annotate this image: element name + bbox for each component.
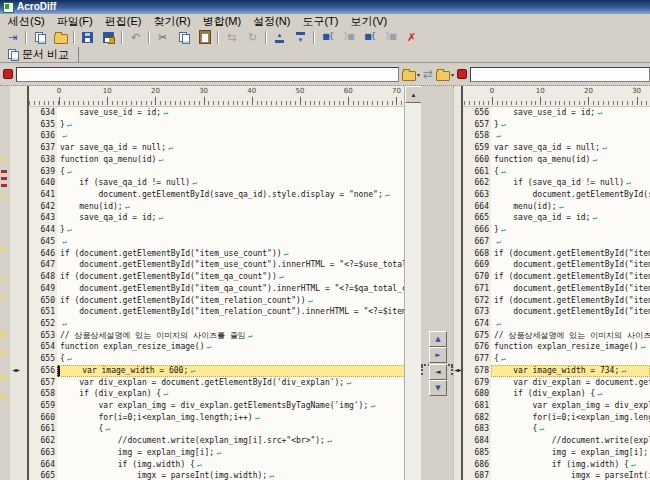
code-line[interactable]: 665 save_qa_id = id;↵ bbox=[463, 212, 650, 224]
right-open-file-button[interactable]: ▾ bbox=[436, 68, 454, 81]
code-line[interactable]: 647 document.getElementById("item_use_co… bbox=[29, 259, 406, 271]
code-line[interactable]: 677{↵ bbox=[463, 353, 650, 365]
code-line[interactable]: 655{↵ bbox=[29, 353, 406, 365]
save-all-button[interactable] bbox=[98, 29, 119, 46]
prev-diff-button[interactable]: ▲ bbox=[429, 331, 447, 347]
code-line[interactable]: 650if (document.getElementById("item_rel… bbox=[29, 295, 406, 307]
code-line[interactable]: 667↵ bbox=[463, 236, 650, 248]
paste-button[interactable] bbox=[194, 29, 215, 46]
code-line[interactable]: 664 menu(id);↵ bbox=[463, 201, 650, 213]
menu-item-tools[interactable]: 도구(T) bbox=[296, 15, 344, 28]
copy-diff-to-right-button[interactable]: ■{ bbox=[359, 29, 380, 46]
code-line[interactable]: 668if (document.getElementById("item_use… bbox=[463, 248, 650, 260]
code-line[interactable]: 646if (document.getElementById("item_use… bbox=[29, 248, 406, 260]
code-line[interactable]: 660function qa_menu(id)↵ bbox=[463, 154, 650, 166]
left-open-file-button[interactable]: ▾ bbox=[402, 68, 420, 81]
copy-diff-to-left-button[interactable]: ■{ bbox=[317, 29, 338, 46]
code-line[interactable]: 645↵ bbox=[29, 236, 406, 248]
merge-to-bottom-button[interactable] bbox=[290, 29, 311, 46]
code-line[interactable]: 666}↵ bbox=[463, 224, 650, 236]
undo-button[interactable]: ↶ bbox=[125, 29, 146, 46]
code-line[interactable]: 663 img = explan_img[i];↵ bbox=[29, 447, 406, 459]
code-line[interactable]: 648if (document.getElementById("item_qa_… bbox=[29, 271, 406, 283]
menu-item-session[interactable]: 세션(S) bbox=[2, 15, 51, 28]
code-line[interactable]: 669 document.getElementById("item_use_co… bbox=[463, 259, 650, 271]
right-code-pane[interactable]: 0102030 656 save_use_id = id;↵657}↵658↵6… bbox=[461, 86, 650, 480]
code-line[interactable]: 637var save_qa_id = null;↵ bbox=[29, 142, 406, 154]
code-line[interactable]: 661 {↵ bbox=[29, 423, 406, 435]
refresh-compare-button[interactable]: ↻ bbox=[242, 29, 263, 46]
copy-all-to-left-button[interactable]: }■ bbox=[338, 29, 359, 46]
session-open-button[interactable]: ⇥ bbox=[2, 29, 23, 46]
code-line[interactable]: 658↵ bbox=[463, 130, 650, 142]
swap-files-button[interactable]: ⇄ bbox=[423, 68, 433, 80]
scroll-up-button[interactable]: ▲ bbox=[405, 86, 422, 103]
code-line[interactable]: 686 if (img.width) {↵ bbox=[463, 459, 650, 471]
code-line[interactable]: 635}↵ bbox=[29, 119, 406, 131]
left-file-path-input[interactable] bbox=[16, 67, 399, 82]
code-line[interactable]: 657 var div_explan = document.getElement… bbox=[29, 377, 406, 389]
cut-button[interactable]: ✂ bbox=[152, 29, 173, 46]
menu-item-file[interactable]: 파일(F) bbox=[51, 15, 99, 28]
code-line[interactable]: 658 if (div_explan) {↵ bbox=[29, 388, 406, 400]
copy-button[interactable] bbox=[173, 29, 194, 46]
code-line[interactable]: 634 save_use_id = id;↵ bbox=[29, 107, 406, 119]
code-line[interactable]: 653// 상품상세설명에 있는 이미지의 사이즈를 줄임↵ bbox=[29, 330, 406, 342]
code-line[interactable]: 676function explan_resize_image()↵ bbox=[463, 341, 650, 353]
code-line[interactable]: 673 document.getElementById("item_relati… bbox=[463, 306, 650, 318]
code-line[interactable]: 679 var div_explan = document.getElement… bbox=[463, 377, 650, 389]
code-line[interactable]: 665 imgx = parseInt(img.width);↵ bbox=[29, 470, 406, 480]
menu-item-edit[interactable]: 편집(E) bbox=[99, 15, 148, 28]
code-line[interactable]: 687 imgx = parseInt(img.width);↵ bbox=[463, 470, 650, 480]
new-document-button[interactable] bbox=[29, 29, 50, 46]
code-line[interactable]: 644}↵ bbox=[29, 224, 406, 236]
code-line[interactable]: 684 //document.write(explan_img[i].src+"… bbox=[463, 435, 650, 447]
code-line[interactable]: 659var save_qa_id = null;↵ bbox=[463, 142, 650, 154]
menu-item-merge[interactable]: 병합(M) bbox=[197, 15, 248, 28]
left-code-pane[interactable]: 010203040506070 634 save_use_id = id;↵63… bbox=[27, 86, 406, 480]
code-line[interactable]: 641 document.getElementById(save_qa_id).… bbox=[29, 189, 406, 201]
code-line[interactable]: 638function qa_menu(id)↵ bbox=[29, 154, 406, 166]
code-line[interactable]: 661{↵ bbox=[463, 166, 650, 178]
code-line[interactable]: 643 save_qa_id = id;↵ bbox=[29, 212, 406, 224]
code-line[interactable]: 649 document.getElementById("item_qa_cou… bbox=[29, 283, 406, 295]
code-line[interactable]: 636↵ bbox=[29, 130, 406, 142]
code-line[interactable]: 664 if (img.width) {↵ bbox=[29, 459, 406, 471]
save-button[interactable] bbox=[77, 29, 98, 46]
code-line[interactable]: 682 for(i=0;i<explan_img.length;i++)↵ bbox=[463, 412, 650, 424]
code-line[interactable]: 660 for(i=0;i<explan_img.length;i++)↵ bbox=[29, 412, 406, 424]
code-line[interactable]: 681 var explan_img = div_explan.getEleme… bbox=[463, 400, 650, 412]
code-line[interactable]: 640 if (save_qa_id != null)↵ bbox=[29, 177, 406, 189]
code-line[interactable]: 670if (document.getElementById("item_qa_… bbox=[463, 271, 650, 283]
copy-to-left-button[interactable]: ◄ bbox=[429, 364, 447, 380]
code-line[interactable]: 671 document.getElementById("item_qa_cou… bbox=[463, 283, 650, 295]
code-line[interactable]: 639{↵ bbox=[29, 166, 406, 178]
left-vertical-scrollbar[interactable]: ▲ bbox=[404, 86, 422, 480]
code-line[interactable]: 680 if (div_explan) {↵ bbox=[463, 388, 650, 400]
code-line[interactable]: 662 if (save_qa_id != null)↵ bbox=[463, 177, 650, 189]
code-line[interactable]: 685 img = explan_img[i];↵ bbox=[463, 447, 650, 459]
tab-document-compare[interactable]: 문서 비교 bbox=[3, 47, 79, 62]
copy-to-right-button[interactable]: ► bbox=[429, 347, 447, 363]
link-files-button[interactable]: ⇆ bbox=[221, 29, 242, 46]
diff-highlight-line[interactable]: 656 var image_width = 600;↵ bbox=[29, 365, 406, 377]
open-folder-button[interactable] bbox=[50, 29, 71, 46]
code-line[interactable]: 675// 상품상세설명에 있는 이미지의 사이즈를 줄임↵ bbox=[463, 330, 650, 342]
code-line[interactable]: 672if (document.getElementById("item_rel… bbox=[463, 295, 650, 307]
code-line[interactable]: 654function explan_resize_image()↵ bbox=[29, 341, 406, 353]
copy-all-to-right-button[interactable]: }■ bbox=[380, 29, 401, 46]
merge-to-top-button[interactable] bbox=[269, 29, 290, 46]
code-line[interactable]: 674↵ bbox=[463, 318, 650, 330]
code-line[interactable]: 656 save_use_id = id;↵ bbox=[463, 107, 650, 119]
menu-item-find[interactable]: 찾기(R) bbox=[147, 15, 196, 28]
menu-item-view[interactable]: 보기(V) bbox=[345, 15, 394, 28]
code-line[interactable]: 652↵ bbox=[29, 318, 406, 330]
code-line[interactable]: 651 document.getElementById("item_relati… bbox=[29, 306, 406, 318]
diff-highlight-line[interactable]: 678 var image_width = 734;↵ bbox=[463, 365, 650, 377]
code-line[interactable]: 663 document.getElementById(save_qa_id).… bbox=[463, 189, 650, 201]
code-line[interactable]: 659 var explan_img = div_explan.getEleme… bbox=[29, 400, 406, 412]
code-line[interactable]: 662 //document.write(explan_img[i].src+"… bbox=[29, 435, 406, 447]
code-line[interactable]: 683 {↵ bbox=[463, 423, 650, 435]
code-line[interactable]: 642 menu(id);↵ bbox=[29, 201, 406, 213]
menu-item-settings[interactable]: 설정(N) bbox=[247, 15, 296, 28]
